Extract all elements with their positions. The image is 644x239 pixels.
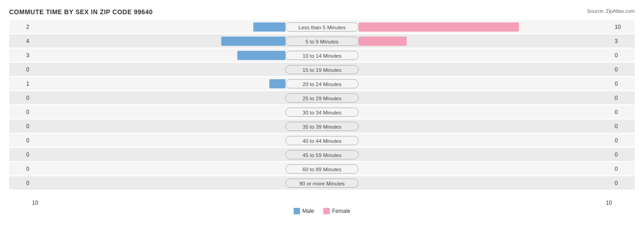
chart-row: 0 90 or more Minutes 0 (9, 176, 635, 190)
female-side (359, 179, 612, 188)
bars-center: 40 to 44 Minutes (32, 134, 612, 147)
row-label: 25 to 29 Minutes (285, 93, 359, 103)
male-side (32, 51, 285, 60)
chart-row: 0 60 to 89 Minutes 0 (9, 162, 635, 175)
legend-male-box (294, 208, 300, 214)
chart-row: 1 20 to 24 Minutes 0 (9, 77, 635, 90)
male-side (32, 65, 285, 74)
bars-center: 5 to 9 Minutes (32, 34, 612, 48)
chart-row: 0 35 to 39 Minutes 0 (9, 120, 635, 133)
bottom-labels: 10 10 (9, 199, 635, 206)
male-side (32, 37, 285, 46)
male-value: 0 (9, 180, 32, 186)
legend-male: Male (294, 208, 314, 214)
row-label: 30 to 34 Minutes (285, 108, 359, 117)
female-value: 0 (612, 152, 635, 158)
male-side (32, 179, 285, 188)
chart-title: COMMUTE TIME BY SEX IN ZIP CODE 99640 (9, 8, 635, 16)
chart-row: 3 10 to 14 Minutes 0 (9, 49, 635, 62)
male-side (32, 79, 285, 88)
male-value: 0 (9, 109, 32, 115)
chart-row: 4 5 to 9 Minutes 3 (9, 34, 635, 48)
bars-center: 35 to 39 Minutes (32, 120, 612, 133)
male-side (32, 108, 285, 117)
legend: Male Female (9, 208, 635, 214)
bars-center: 30 to 34 Minutes (32, 105, 612, 119)
chart-container: COMMUTE TIME BY SEX IN ZIP CODE 99640 So… (0, 0, 644, 239)
female-side (359, 65, 612, 74)
male-side (32, 22, 285, 32)
female-bar (359, 37, 407, 46)
male-bar (269, 79, 285, 88)
row-label: Less than 5 Minutes (285, 22, 359, 32)
female-side (359, 79, 612, 88)
female-value: 0 (612, 66, 635, 73)
row-label: 40 to 44 Minutes (285, 136, 359, 145)
female-value: 0 (612, 137, 635, 144)
male-side (32, 150, 285, 159)
male-side (32, 164, 285, 174)
female-side (359, 164, 612, 174)
bars-center: 60 to 89 Minutes (32, 162, 612, 175)
male-value: 2 (9, 24, 32, 30)
chart-row: 2 Less than 5 Minutes 10 (9, 20, 635, 33)
chart-area: 2 Less than 5 Minutes 10 4 5 to 9 Minute… (9, 20, 635, 199)
row-label: 5 to 9 Minutes (285, 37, 359, 46)
female-value: 0 (612, 123, 635, 130)
male-side (32, 136, 285, 145)
row-label: 90 or more Minutes (285, 179, 359, 188)
row-label: 15 to 19 Minutes (285, 65, 359, 74)
row-label: 45 to 59 Minutes (285, 150, 359, 159)
male-value: 0 (9, 137, 32, 144)
bars-center: 10 to 14 Minutes (32, 49, 612, 62)
bars-center: 25 to 29 Minutes (32, 91, 612, 104)
source-text: Source: ZipAtlas.com (587, 8, 635, 14)
female-value: 0 (612, 180, 635, 186)
female-side (359, 93, 612, 103)
bottom-right-label: 10 (606, 200, 612, 206)
male-bar (253, 22, 285, 32)
legend-female-box (323, 208, 330, 214)
female-value: 0 (612, 52, 635, 59)
male-value: 3 (9, 52, 32, 59)
male-value: 0 (9, 152, 32, 158)
chart-row: 0 45 to 59 Minutes 0 (9, 148, 635, 161)
female-side (359, 108, 612, 117)
bars-center: 90 or more Minutes (32, 176, 612, 190)
male-value: 4 (9, 38, 32, 44)
female-value: 10 (612, 24, 635, 30)
row-label: 10 to 14 Minutes (285, 51, 359, 60)
male-value: 1 (9, 81, 32, 87)
male-value: 0 (9, 66, 32, 73)
female-side (359, 51, 612, 60)
bottom-left-label: 10 (32, 200, 38, 206)
chart-row: 0 30 to 34 Minutes 0 (9, 105, 635, 119)
female-bar (359, 22, 519, 32)
chart-row: 0 40 to 44 Minutes 0 (9, 134, 635, 147)
male-bar (237, 51, 285, 60)
male-side (32, 93, 285, 103)
female-value: 0 (612, 81, 635, 87)
female-side (359, 37, 612, 46)
legend-male-label: Male (302, 208, 314, 214)
bars-center: Less than 5 Minutes (32, 20, 612, 33)
male-bar (221, 37, 285, 46)
legend-female: Female (323, 208, 350, 214)
row-label: 60 to 89 Minutes (285, 164, 359, 174)
female-value: 0 (612, 166, 635, 172)
male-value: 0 (9, 123, 32, 130)
legend-female-label: Female (332, 208, 350, 214)
female-value: 0 (612, 109, 635, 115)
female-side (359, 22, 612, 32)
row-label: 20 to 24 Minutes (285, 79, 359, 88)
male-side (32, 122, 285, 131)
bars-center: 20 to 24 Minutes (32, 77, 612, 90)
row-label: 35 to 39 Minutes (285, 122, 359, 131)
bars-center: 15 to 19 Minutes (32, 63, 612, 76)
chart-row: 0 15 to 19 Minutes 0 (9, 63, 635, 76)
female-value: 3 (612, 38, 635, 44)
male-value: 0 (9, 166, 32, 172)
bars-center: 45 to 59 Minutes (32, 148, 612, 161)
chart-row: 0 25 to 29 Minutes 0 (9, 91, 635, 104)
female-value: 0 (612, 95, 635, 101)
